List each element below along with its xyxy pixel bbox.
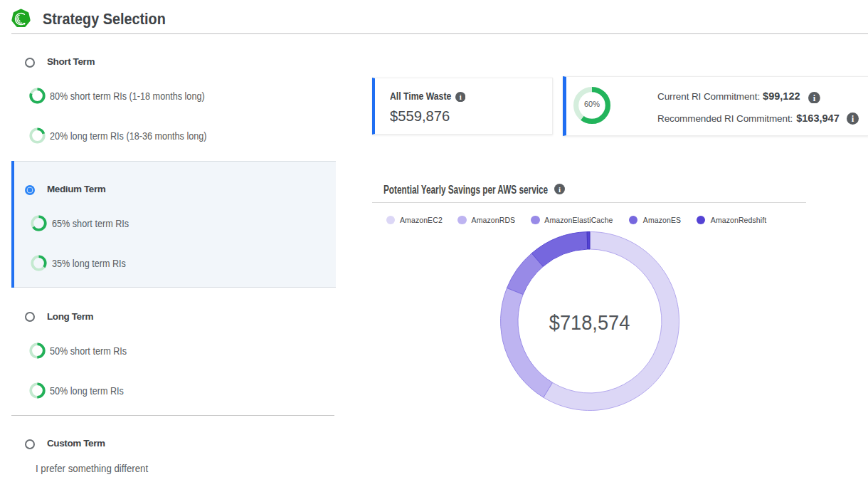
svg-text:60%: 60% — [584, 100, 600, 108]
svg-text:i: i — [813, 93, 816, 103]
svg-text:i: i — [852, 114, 854, 124]
svg-text:i: i — [459, 93, 461, 101]
svg-text:i: i — [558, 184, 560, 193]
